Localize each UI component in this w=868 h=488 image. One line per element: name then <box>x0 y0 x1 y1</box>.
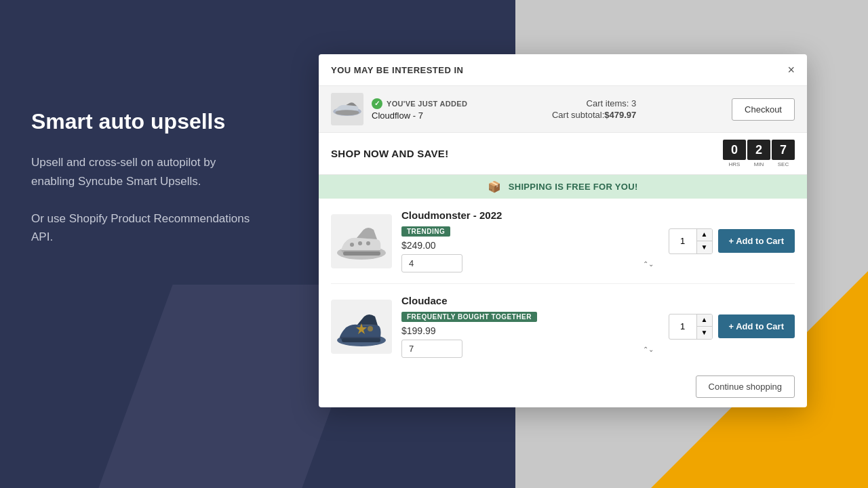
cloudmonster-add-to-cart[interactable]: + Add to Cart <box>718 229 795 253</box>
shop-save-row: SHOP NOW AND SAVE! 0 HRS 2 MIN 7 SEC <box>319 133 807 175</box>
cloudace-size-container[interactable]: 4 5 6 7 8 9 10 <box>401 340 659 358</box>
check-icon: ✓ <box>372 98 382 109</box>
product-row-cloudmonster: Cloudmonster - 2022 TRENDING $249.00 4 5… <box>331 199 795 284</box>
cart-subtotal: Cart subtotal:$479.97 <box>552 110 636 120</box>
just-added-label: ✓ YOU'VE JUST ADDED <box>372 98 467 109</box>
paragraph-1: Upsell and cross-sell on autopilot by en… <box>31 153 262 190</box>
cloudace-title: Cloudace <box>401 295 659 306</box>
cloudace-details: Cloudace FREQUENTLY BOUGHT TOGETHER $199… <box>401 295 659 358</box>
cloudace-qty-wrap: ▲ ▼ <box>669 314 713 340</box>
checkout-button[interactable]: Checkout <box>732 98 795 121</box>
modal-title: YOU MAY BE INTERESTED IN <box>331 65 463 75</box>
cloudace-add-to-cart[interactable]: + Add to Cart <box>718 314 795 338</box>
cloudace-qty-arrows: ▲ ▼ <box>696 314 712 339</box>
svg-point-9 <box>368 326 373 331</box>
just-added-bar: ✓ YOU'VE JUST ADDED Cloudflow - 7 Cart i… <box>319 86 807 133</box>
paragraph-2: Or use Shopify Product Recommendations A… <box>31 209 262 246</box>
just-added-left: ✓ YOU'VE JUST ADDED Cloudflow - 7 <box>331 93 467 125</box>
svg-point-4 <box>350 243 354 247</box>
cloudmonster-size-container[interactable]: 4 5 6 7 8 9 10 <box>401 254 659 272</box>
trending-badge: TRENDING <box>401 226 450 237</box>
cloudflow-thumbnail <box>331 93 363 125</box>
cloudace-size-select[interactable]: 4 5 6 7 8 9 10 <box>401 340 462 358</box>
continue-shopping-button[interactable]: Continue shopping <box>696 375 795 398</box>
svg-point-5 <box>358 241 362 245</box>
cloudmonster-qty-add: ▲ ▼ + Add to Cart <box>669 228 795 254</box>
products-list: Cloudmonster - 2022 TRENDING $249.00 4 5… <box>319 199 807 369</box>
cloudace-price: $199.99 <box>401 325 659 336</box>
cloudmonster-qty-arrows: ▲ ▼ <box>696 229 712 253</box>
cloudflow-shoe-icon <box>331 99 363 119</box>
countdown-timer: 0 HRS 2 MIN 7 SEC <box>723 140 795 167</box>
modal-footer: Continue shopping <box>319 369 807 407</box>
cloudace-shoe-icon <box>333 303 391 350</box>
cloudmonster-qty-down[interactable]: ▼ <box>697 241 712 253</box>
left-panel: Smart auto upsells Upsell and cross-sell… <box>31 108 262 265</box>
cloudmonster-size-select[interactable]: 4 5 6 7 8 9 10 <box>401 254 462 272</box>
cloudmonster-title: Cloudmonster - 2022 <box>401 209 659 221</box>
cloudmonster-details: Cloudmonster - 2022 TRENDING $249.00 4 5… <box>401 209 659 272</box>
svg-rect-8 <box>342 338 380 342</box>
cloudace-qty-up[interactable]: ▲ <box>697 314 712 327</box>
added-product-name: Cloudflow - 7 <box>372 110 467 121</box>
cloudmonster-shoe-icon <box>333 218 391 265</box>
svg-rect-3 <box>343 251 380 256</box>
cart-info: Cart items: 3 Cart subtotal:$479.97 <box>552 98 636 120</box>
shipping-text: SHIPPING IS FREE FOR YOU! <box>509 182 638 192</box>
box-icon: 📦 <box>488 180 501 193</box>
cloudmonster-qty-wrap: ▲ ▼ <box>669 228 713 254</box>
timer-sec: 7 SEC <box>772 140 795 167</box>
just-added-info: ✓ YOU'VE JUST ADDED Cloudflow - 7 <box>372 98 467 121</box>
svg-point-6 <box>366 241 370 245</box>
cloudmonster-qty-up[interactable]: ▲ <box>697 229 712 241</box>
product-row-cloudace: Cloudace FREQUENTLY BOUGHT TOGETHER $199… <box>331 284 795 369</box>
cloudmonster-qty-input[interactable] <box>669 233 696 249</box>
svg-point-1 <box>335 110 359 115</box>
main-heading: Smart auto upsells <box>31 108 262 134</box>
cloudmonster-price: $249.00 <box>401 240 659 251</box>
modal: YOU MAY BE INTERESTED IN × ✓ YOU'VE JUST… <box>319 54 807 407</box>
fbt-badge: FREQUENTLY BOUGHT TOGETHER <box>401 312 537 322</box>
cart-items: Cart items: 3 <box>587 98 637 108</box>
cloudace-image <box>331 300 392 354</box>
cloudace-qty-input[interactable] <box>669 319 696 334</box>
cloudmonster-image <box>331 214 392 268</box>
modal-header: YOU MAY BE INTERESTED IN × <box>319 54 807 86</box>
cloudace-qty-down[interactable]: ▼ <box>697 327 712 339</box>
timer-min: 2 MIN <box>747 140 770 167</box>
cloudace-qty-add: ▲ ▼ + Add to Cart <box>669 314 795 340</box>
timer-hrs: 0 HRS <box>723 140 746 167</box>
shipping-banner: 📦 SHIPPING IS FREE FOR YOU! <box>319 175 807 199</box>
close-button[interactable]: × <box>787 64 795 76</box>
shop-save-text: SHOP NOW AND SAVE! <box>331 148 448 159</box>
